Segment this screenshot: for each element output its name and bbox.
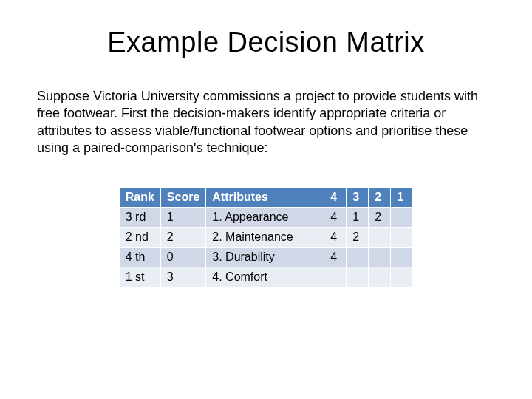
table-row: 4 th 0 3. Durability 4 <box>119 247 413 267</box>
cell-c4: 4 <box>324 227 347 247</box>
cell-score: 3 <box>160 267 205 287</box>
cell-attr: 4. Comfort <box>206 267 324 287</box>
header-col-1: 1 <box>391 187 413 207</box>
table-header-row: Rank Score Attributes 4 3 2 1 <box>119 187 413 207</box>
cell-attr: 1. Appearance <box>206 207 324 227</box>
cell-c3 <box>347 247 369 267</box>
cell-c2 <box>369 247 391 267</box>
intro-paragraph: Suppose Victoria University commissions … <box>37 88 495 157</box>
header-rank: Rank <box>119 187 160 207</box>
header-attributes: Attributes <box>206 187 324 207</box>
cell-rank: 2 nd <box>119 227 160 247</box>
cell-c2 <box>369 227 391 247</box>
cell-c4: 4 <box>324 207 347 227</box>
header-col-2: 2 <box>369 187 391 207</box>
cell-c4: 4 <box>324 247 347 267</box>
cell-c2 <box>369 267 391 287</box>
cell-c3: 1 <box>347 207 369 227</box>
page-title: Example Decision Matrix <box>37 27 495 58</box>
table-row: 3 rd 1 1. Appearance 4 1 2 <box>119 207 413 227</box>
cell-attr: 2. Maintenance <box>206 227 324 247</box>
cell-rank: 4 th <box>119 247 160 267</box>
cell-score: 0 <box>160 247 205 267</box>
decision-matrix-wrap: Rank Score Attributes 4 3 2 1 3 rd 1 1. … <box>37 187 495 287</box>
cell-c1 <box>391 207 413 227</box>
table-row: 1 st 3 4. Comfort <box>119 267 413 287</box>
cell-c1 <box>391 227 413 247</box>
cell-c1 <box>391 267 413 287</box>
cell-rank: 1 st <box>119 267 160 287</box>
cell-c4 <box>324 267 347 287</box>
header-col-4: 4 <box>324 187 347 207</box>
cell-attr: 3. Durability <box>206 247 324 267</box>
table-row: 2 nd 2 2. Maintenance 4 2 <box>119 227 413 247</box>
header-score: Score <box>160 187 205 207</box>
cell-c3: 2 <box>347 227 369 247</box>
cell-c3 <box>347 267 369 287</box>
decision-matrix-table: Rank Score Attributes 4 3 2 1 3 rd 1 1. … <box>119 187 414 287</box>
header-col-3: 3 <box>347 187 369 207</box>
cell-score: 1 <box>160 207 205 227</box>
cell-c2: 2 <box>369 207 391 227</box>
cell-rank: 3 rd <box>119 207 160 227</box>
cell-c1 <box>391 247 413 267</box>
cell-score: 2 <box>160 227 205 247</box>
